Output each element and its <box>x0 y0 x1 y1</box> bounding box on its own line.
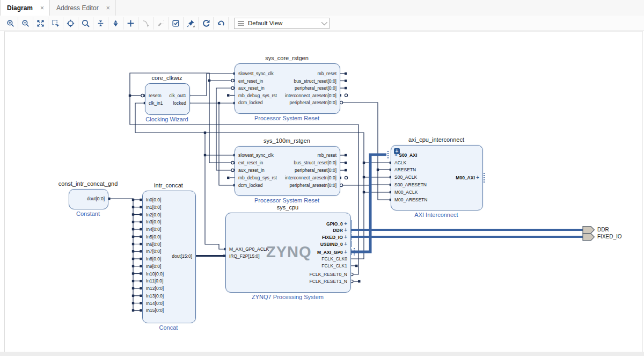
expand-block-icon[interactable]: + <box>394 148 400 154</box>
port-ext_reset_in[interactable]: ext_reset_in <box>238 161 263 165</box>
zoom-to-selection-icon[interactable] <box>48 17 63 30</box>
port-s00_aresetn[interactable]: S00_ARESETN <box>394 183 427 187</box>
expand-interface-icon[interactable]: + <box>344 241 347 247</box>
port-in1400[interactable]: In14[0:0] <box>146 301 164 306</box>
port-peripheral_reset00[interactable]: peripheral_reset[0:0] <box>295 168 336 173</box>
port-usbind_0[interactable]: USBIND_0 + <box>320 242 347 247</box>
add-ip-icon[interactable] <box>123 17 138 30</box>
port-ddr[interactable]: DDR + <box>333 228 347 233</box>
port-in100[interactable]: In1[0:0] <box>146 205 161 210</box>
tab-diagram[interactable]: Diagram× <box>0 0 50 16</box>
block-core_clkwiz[interactable]: resetnclk_in1clk_out1locked <box>145 83 190 115</box>
block-sys_core_rstgen[interactable]: slowest_sync_clkext_reset_inaux_reset_in… <box>235 63 340 114</box>
autofit-icon[interactable] <box>63 17 78 30</box>
port-interconnect_aresetn00[interactable]: interconnect_aresetn[0:0] <box>285 93 336 98</box>
port-resetn[interactable]: resetn <box>149 93 162 98</box>
search-icon[interactable] <box>78 17 93 30</box>
port-locked[interactable]: locked <box>173 101 186 106</box>
port-aux_reset_in[interactable]: aux_reset_in <box>238 168 265 173</box>
port-fixed_io[interactable]: FIXED_IO + <box>322 235 347 240</box>
port-label: M00_AXI <box>456 175 474 180</box>
port-in900[interactable]: In9[0:0] <box>146 264 161 269</box>
port-aresetn[interactable]: ARESETN <box>394 168 416 172</box>
port-label: mb_reset <box>318 71 336 76</box>
port-peripheral_aresetn00[interactable]: peripheral_aresetn[0:0] <box>290 100 336 105</box>
collapse-hierarchy-icon[interactable] <box>93 17 108 30</box>
port-in1000[interactable]: In10[0:0] <box>146 272 164 277</box>
zoom-in-icon[interactable] <box>3 17 18 30</box>
port-peripheral_reset00[interactable]: peripheral_reset[0:0] <box>295 86 336 91</box>
port-interconnect_aresetn00[interactable]: interconnect_aresetn[0:0] <box>285 176 336 180</box>
close-icon[interactable]: × <box>40 4 44 12</box>
port-aclk[interactable]: ACLK <box>394 161 406 165</box>
port-s00_aclk[interactable]: S00_ACLK <box>394 175 417 180</box>
port-in300[interactable]: In3[0:0] <box>146 220 161 224</box>
expand-interface-icon[interactable]: + <box>344 249 347 255</box>
block-const_intr_concat_gnd[interactable]: dout[0:0] <box>69 189 108 209</box>
close-icon[interactable]: × <box>106 4 110 12</box>
port-m00_aresetn[interactable]: M00_ARESETN <box>394 198 427 202</box>
port-label: interconnect_aresetn[0:0] <box>285 175 336 180</box>
port-in500[interactable]: In5[0:0] <box>146 235 161 239</box>
port-in400[interactable]: In4[0:0] <box>146 227 161 232</box>
block-intr_concat[interactable]: In0[0:0]In1[0:0]In2[0:0]In3[0:0]In4[0:0]… <box>142 191 196 323</box>
expand-interface-icon[interactable]: + <box>344 221 347 227</box>
port-fclk_reset1_n[interactable]: FCLK_RESET1_N <box>310 279 347 284</box>
port-irq_f2p150[interactable]: IRQ_F2P[15:0] <box>229 254 260 259</box>
port-dcm_locked[interactable]: dcm_locked <box>238 100 262 105</box>
port-fclk_clk1[interactable]: FCLK_CLK1 <box>321 264 347 268</box>
port-dcm_locked[interactable]: dcm_locked <box>238 183 262 188</box>
port-dout00[interactable]: dout[0:0] <box>87 197 105 201</box>
port-m_axi_gp0_aclk[interactable]: M_AXI_GP0_ACLK <box>229 247 269 252</box>
port-in1500[interactable]: In15[0:0] <box>146 308 164 313</box>
port-fclk_reset0_n[interactable]: FCLK_RESET0_N <box>310 272 347 277</box>
block-axi_cpu_interconnect[interactable]: + S00_AXIACLKARESETNS00_ACLKS00_ARESETNM… <box>391 145 483 210</box>
port-label: peripheral_reset[0:0] <box>295 85 336 91</box>
port-in800[interactable]: In8[0:0] <box>146 257 161 261</box>
port-ext_reset_in[interactable]: ext_reset_in <box>238 79 263 84</box>
zoom-fit-icon[interactable] <box>33 17 48 30</box>
zoom-out-icon[interactable] <box>18 17 33 30</box>
port-in600[interactable]: In6[0:0] <box>146 242 161 247</box>
expand-interface-icon[interactable]: + <box>476 175 479 180</box>
port-in700[interactable]: In7[0:0] <box>146 249 161 254</box>
port-m_axi_gp0[interactable]: M_AXI_GP0 + <box>317 250 347 255</box>
port-peripheral_aresetn00[interactable]: peripheral_aresetn[0:0] <box>290 183 336 188</box>
expand-hierarchy-icon[interactable] <box>108 17 123 30</box>
port-slowest_sync_clk[interactable]: slowest_sync_clk <box>238 153 274 158</box>
optimize-routing-icon[interactable] <box>214 17 229 30</box>
expand-interface-icon[interactable]: + <box>344 234 347 240</box>
port-in1300[interactable]: In13[0:0] <box>146 294 164 299</box>
port-in200[interactable]: In2[0:0] <box>146 213 161 217</box>
expand-interface-icon[interactable]: + <box>344 227 347 233</box>
port-clk_in1[interactable]: clk_in1 <box>149 101 163 106</box>
port-fclk_clk0[interactable]: FCLK_CLK0 <box>321 257 347 261</box>
port-in000[interactable]: In0[0:0] <box>146 198 161 202</box>
port-mb_debug_sys_rst[interactable]: mb_debug_sys_rst <box>238 93 277 98</box>
port-m00_aclk[interactable]: M00_ACLK <box>394 190 418 195</box>
pin-icon[interactable] <box>184 17 199 30</box>
block-sys_cpu[interactable]: M_AXI_GP0_ACLKIRQ_F2P[15:0]GPIO_0 +DDR +… <box>225 213 351 293</box>
block-sys_100m_rstgen[interactable]: slowest_sync_clkext_reset_inaux_reset_in… <box>235 146 340 196</box>
port-m00_axi[interactable]: M00_AXI + <box>456 175 479 180</box>
port-dout150[interactable]: dout[15:0] <box>172 254 192 259</box>
external-port-fixed_io[interactable]: FIXED_IO <box>597 234 622 239</box>
regenerate-layout-icon[interactable] <box>199 17 214 30</box>
port-mb_debug_sys_rst[interactable]: mb_debug_sys_rst <box>238 176 277 180</box>
port-in1200[interactable]: In12[0:0] <box>146 286 164 291</box>
port-mb_reset[interactable]: mb_reset <box>318 153 336 158</box>
external-port-ddr[interactable]: DDR <box>597 227 609 233</box>
port-in1100[interactable]: In11[0:0] <box>146 279 163 284</box>
port-aux_reset_in[interactable]: aux_reset_in <box>238 86 265 91</box>
port-bus_struct_reset00[interactable]: bus_struct_reset[0:0] <box>294 161 336 165</box>
tab-address-editor[interactable]: Address Editor× <box>50 0 116 16</box>
port-mb_reset[interactable]: mb_reset <box>318 71 336 76</box>
port-bus_struct_reset00[interactable]: bus_struct_reset[0:0] <box>294 79 336 84</box>
validate-design-icon[interactable] <box>169 17 184 30</box>
port-label: In6[0:0] <box>146 242 161 247</box>
port-gpio_0[interactable]: GPIO_0 + <box>326 221 347 227</box>
port-label: M_AXI_GP0_ACLK <box>229 246 269 252</box>
view-selector-dropdown[interactable]: Default View <box>234 18 330 29</box>
port-clk_out1[interactable]: clk_out1 <box>169 93 186 98</box>
port-slowest_sync_clk[interactable]: slowest_sync_clk <box>238 71 274 76</box>
